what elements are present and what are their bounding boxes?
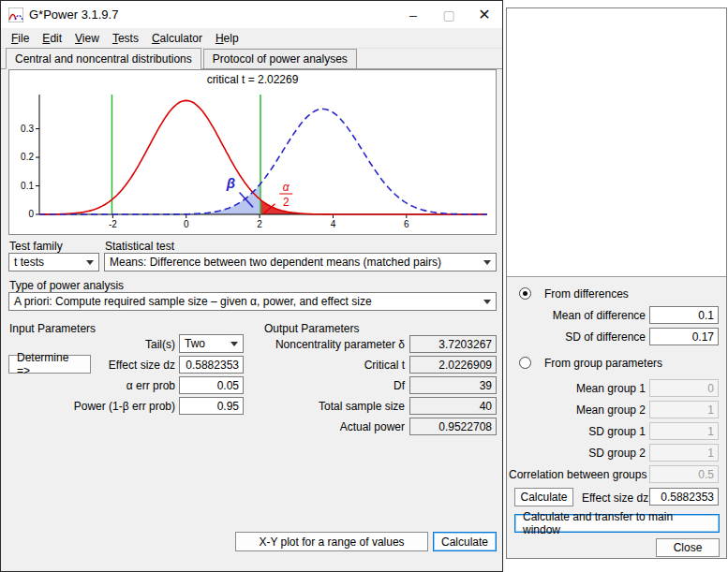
titlebar[interactable]: G*Power 3.1.9.7 – ▢ ✕	[1, 1, 502, 28]
chevron-down-icon	[227, 336, 242, 351]
total-sample-size-value: 40	[409, 397, 497, 415]
chevron-down-icon	[480, 255, 495, 270]
svg-text:0.1: 0.1	[21, 181, 34, 191]
chevron-down-icon	[480, 294, 495, 309]
maximize-button[interactable]: ▢	[431, 1, 467, 28]
tab-protocol[interactable]: Protocol of power analyses	[203, 49, 357, 68]
alpha-input[interactable]	[179, 376, 244, 394]
mean-group-1-input	[649, 379, 719, 397]
drawer-close-button[interactable]: Close	[656, 538, 720, 557]
output-row-label: Noncentrality parameter δ	[264, 338, 405, 351]
output-row-label: Critical t	[264, 359, 405, 372]
svg-text:α: α	[283, 181, 290, 194]
actual-power-value: 0.9522708	[409, 418, 497, 435]
mean-group-2-label: Mean group 2	[514, 403, 646, 417]
menu-edit[interactable]: Edit	[36, 29, 68, 48]
calculate-transfer-button[interactable]: Calculate and transfer to main window	[514, 514, 720, 533]
sd-of-difference-label: SD of difference	[514, 330, 646, 344]
power-analysis-select[interactable]: A priori: Compute required sample size –…	[8, 292, 497, 311]
svg-text:6: 6	[404, 219, 409, 229]
svg-text:4: 4	[331, 219, 336, 229]
distribution-plot-svg: -2024600.10.20.3βα2	[11, 89, 493, 231]
power-label: Power (1-β err prob)	[57, 400, 175, 413]
app-icon	[8, 7, 23, 22]
input-parameters-title: Input Parameters	[9, 322, 96, 335]
effect-size-label: Effect size dz	[57, 359, 175, 372]
xy-plot-button[interactable]: X-Y plot for a range of values	[235, 532, 428, 551]
sd-group-1-label: SD group 1	[514, 425, 646, 438]
svg-text:0: 0	[28, 209, 34, 219]
sd-group-2-input	[649, 444, 719, 462]
effect-size-drawer: From differences Mean of difference SD o…	[506, 7, 727, 559]
distribution-plot-panel: critical t = 2.02269 -2024600.10.20.3βα2	[8, 69, 497, 235]
df-value: 39	[409, 376, 497, 394]
desktop: G*Power 3.1.9.7 – ▢ ✕ File Edit View Tes…	[0, 0, 728, 572]
menu-file[interactable]: File	[5, 29, 36, 48]
from-differences-radio[interactable]	[519, 287, 531, 300]
power-analysis-label: Type of power analysis	[9, 279, 124, 292]
output-row-label: Total sample size	[264, 400, 405, 413]
statistical-test-select[interactable]: Means: Difference between two dependent …	[104, 253, 497, 271]
drawer-effect-size-label: Effect size dz	[582, 491, 648, 505]
svg-text:0: 0	[184, 219, 189, 229]
menu-tests[interactable]: Tests	[106, 29, 145, 48]
output-row-label: Df	[264, 379, 405, 392]
svg-text:β: β	[226, 175, 235, 191]
output-parameters-title: Output Parameters	[264, 322, 359, 335]
from-group-parameters-label: From group parameters	[544, 357, 662, 370]
tails-label: Tail(s)	[57, 338, 175, 351]
chevron-down-icon	[82, 255, 97, 270]
effect-size-input[interactable]	[179, 356, 244, 374]
from-differences-label: From differences	[544, 287, 629, 301]
mean-group-1-label: Mean group 1	[514, 382, 646, 395]
sd-of-difference-input[interactable]	[649, 328, 719, 345]
svg-text:0.3: 0.3	[21, 124, 34, 134]
plot-title: critical t = 2.02269	[9, 73, 496, 86]
sd-group-2-label: SD group 2	[514, 447, 646, 460]
sd-group-1-input	[649, 422, 719, 440]
menu-help[interactable]: Help	[209, 29, 245, 48]
svg-text:-2: -2	[109, 219, 117, 229]
statistical-test-label: Statistical test	[105, 240, 174, 253]
close-button[interactable]: ✕	[467, 1, 502, 28]
drawer-blank-area	[507, 8, 726, 277]
drawer-calculate-button[interactable]: Calculate	[514, 488, 573, 506]
output-row-label: Actual power	[264, 420, 405, 433]
noncentrality-value: 3.7203267	[409, 335, 497, 353]
tab-strip: Central and noncentral distributions Pro…	[1, 50, 502, 69]
from-group-parameters-radio[interactable]	[519, 357, 531, 369]
mean-of-difference-input[interactable]	[649, 306, 719, 324]
calculate-button[interactable]: Calculate	[433, 532, 497, 551]
main-window: G*Power 3.1.9.7 – ▢ ✕ File Edit View Tes…	[0, 0, 503, 572]
tab-central-noncentral[interactable]: Central and noncentral distributions	[6, 48, 201, 69]
mean-group-2-input	[649, 401, 719, 418]
svg-text:2: 2	[257, 219, 262, 229]
svg-text:2: 2	[283, 196, 290, 209]
menubar: File Edit View Tests Calculator Help	[1, 28, 502, 49]
window-title: G*Power 3.1.9.7	[29, 7, 118, 22]
drawer-effect-size-input[interactable]	[649, 488, 719, 506]
mean-of-difference-label: Mean of difference	[514, 309, 646, 322]
minimize-button[interactable]: –	[395, 1, 431, 28]
correlation-label: Correlation between groups	[509, 468, 646, 481]
test-family-label: Test family	[9, 240, 63, 253]
test-family-select[interactable]: t tests	[8, 253, 99, 271]
critical-t-value: 2.0226909	[409, 356, 497, 374]
alpha-label: α err prob	[57, 379, 175, 392]
correlation-input	[649, 465, 719, 483]
svg-text:0.2: 0.2	[21, 152, 34, 162]
menu-calculator[interactable]: Calculator	[145, 29, 209, 48]
tails-select[interactable]: Two	[179, 334, 244, 353]
power-input[interactable]	[179, 397, 244, 415]
menu-view[interactable]: View	[68, 29, 106, 48]
